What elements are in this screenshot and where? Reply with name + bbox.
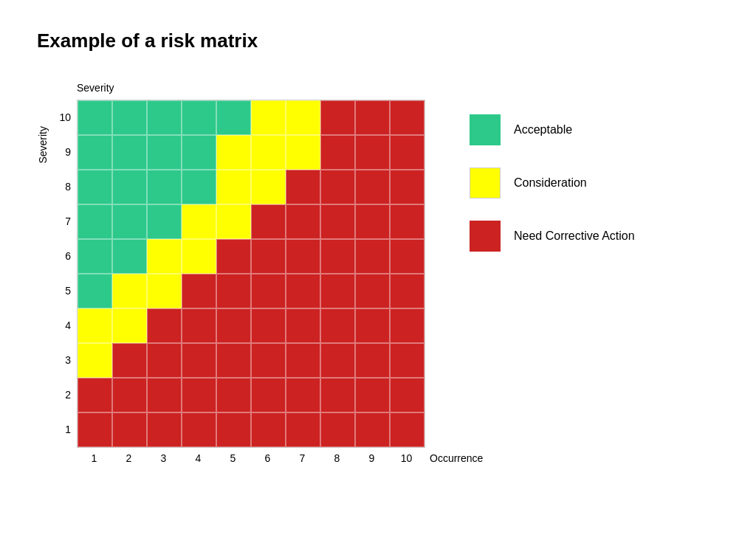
risk-matrix-grid (77, 100, 425, 448)
cell-2-8 (320, 135, 355, 170)
legend-label-corrective: Need Corrective Action (514, 229, 635, 243)
cell-4-4 (182, 204, 216, 239)
cell-9-1 (78, 378, 112, 412)
cell-9-3 (147, 378, 182, 412)
cell-8-3 (147, 343, 182, 378)
cell-4-2 (112, 204, 147, 239)
y-label: 7 (52, 204, 71, 238)
grid-row-5 (78, 239, 425, 274)
cell-3-2 (112, 170, 147, 204)
cell-6-3 (147, 274, 182, 308)
legend-item-acceptable: Acceptable (470, 114, 635, 145)
y-label: 10 (52, 100, 71, 134)
cell-10-6 (251, 412, 286, 447)
cell-5-1 (78, 239, 112, 274)
cell-2-2 (112, 135, 147, 170)
cell-3-8 (320, 170, 355, 204)
cell-1-2 (112, 100, 147, 135)
cell-7-9 (355, 308, 390, 343)
legend-color-acceptable (470, 114, 501, 145)
cell-7-7 (286, 308, 320, 343)
cell-9-4 (182, 378, 216, 412)
cell-8-9 (355, 343, 390, 378)
cell-5-10 (390, 239, 425, 274)
cell-4-3 (147, 204, 182, 239)
cell-6-6 (251, 274, 286, 308)
cell-1-10 (390, 100, 425, 135)
cell-4-5 (216, 204, 251, 239)
cell-10-1 (78, 412, 112, 447)
cell-2-3 (147, 135, 182, 170)
cell-6-1 (78, 274, 112, 308)
cell-3-3 (147, 170, 182, 204)
cell-9-8 (320, 378, 355, 412)
cell-4-8 (320, 204, 355, 239)
cell-1-5 (216, 100, 251, 135)
y-axis-title: Severity (77, 82, 635, 94)
y-label: 8 (52, 169, 71, 204)
cell-1-6 (251, 100, 286, 135)
cell-4-9 (355, 204, 390, 239)
cell-5-5 (216, 239, 251, 274)
cell-6-7 (286, 274, 320, 308)
y-axis-label: Severity (37, 126, 49, 164)
cell-2-6 (251, 135, 286, 170)
cell-7-3 (147, 308, 182, 343)
cell-8-10 (390, 343, 425, 378)
legend: Acceptable Consideration Need Corrective… (470, 114, 635, 252)
cell-3-10 (390, 170, 425, 204)
cell-10-2 (112, 412, 147, 447)
grid-row-8 (78, 343, 425, 378)
cell-5-2 (112, 239, 147, 274)
y-label: 5 (52, 273, 71, 308)
y-label: 1 (52, 412, 71, 446)
x-label-9: 9 (354, 452, 389, 464)
x-label-3: 3 (146, 452, 181, 464)
cell-4-7 (286, 204, 320, 239)
cell-1-4 (182, 100, 216, 135)
y-label: 4 (52, 308, 71, 342)
cell-8-8 (320, 343, 355, 378)
cell-1-9 (355, 100, 390, 135)
y-label: 9 (52, 134, 71, 169)
cell-7-10 (390, 308, 425, 343)
cell-4-10 (390, 204, 425, 239)
cell-6-2 (112, 274, 147, 308)
cell-10-3 (147, 412, 182, 447)
cell-10-7 (286, 412, 320, 447)
cell-9-2 (112, 378, 147, 412)
x-label-4: 4 (181, 452, 216, 464)
cell-7-1 (78, 308, 112, 343)
grid-row-9 (78, 378, 425, 412)
cell-6-5 (216, 274, 251, 308)
cell-10-5 (216, 412, 251, 447)
cell-3-9 (355, 170, 390, 204)
cell-8-4 (182, 343, 216, 378)
cell-8-1 (78, 343, 112, 378)
x-label-2: 2 (111, 452, 146, 464)
cell-9-10 (390, 378, 425, 412)
cell-10-8 (320, 412, 355, 447)
cell-9-5 (216, 378, 251, 412)
cell-2-10 (390, 135, 425, 170)
cell-7-4 (182, 308, 216, 343)
cell-3-4 (182, 170, 216, 204)
cell-8-2 (112, 343, 147, 378)
cell-9-9 (355, 378, 390, 412)
page-title: Example of a risk matrix (37, 30, 719, 52)
x-label-6: 6 (250, 452, 285, 464)
cell-10-10 (390, 412, 425, 447)
legend-color-corrective (470, 221, 501, 252)
cell-5-6 (251, 239, 286, 274)
cell-1-8 (320, 100, 355, 135)
legend-color-consideration (470, 167, 501, 198)
grid-row-2 (78, 135, 425, 170)
cell-2-9 (355, 135, 390, 170)
legend-item-consideration: Consideration (470, 167, 635, 198)
cell-3-7 (286, 170, 320, 204)
grid-row-10 (78, 412, 425, 447)
grid-row-1 (78, 100, 425, 135)
x-labels: 1 2 3 4 5 6 7 8 9 10 (77, 452, 424, 464)
cell-5-3 (147, 239, 182, 274)
legend-label-acceptable: Acceptable (514, 123, 572, 136)
